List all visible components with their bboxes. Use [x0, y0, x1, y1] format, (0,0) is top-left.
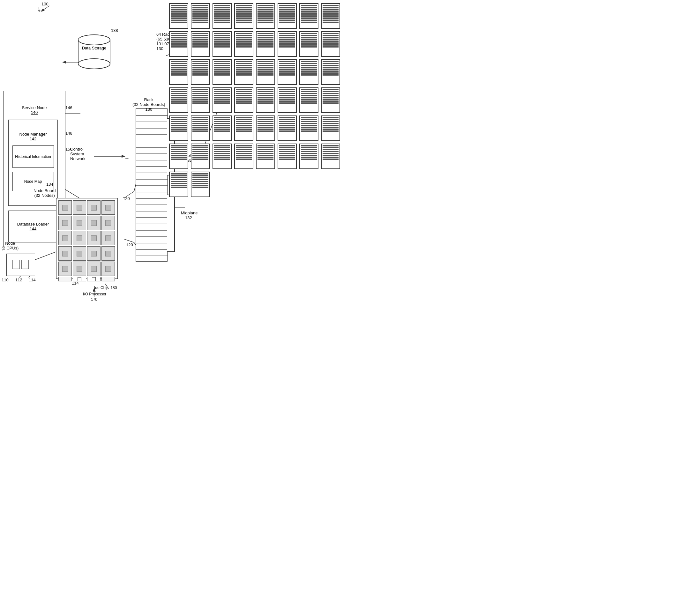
rack-unit: [191, 144, 210, 169]
rack-unit: [321, 3, 340, 29]
data-storage-label: Data Storage: [77, 45, 112, 51]
chip-cell: [73, 262, 86, 276]
rack-unit: [278, 144, 297, 169]
chip-cell: [58, 246, 72, 261]
rack-unit: [169, 87, 188, 113]
rack-unit: [191, 172, 210, 197]
data-storage-cylinder: Data Storage: [77, 32, 112, 70]
rack-unit: [321, 59, 340, 85]
database-loader-label: Database Loader144: [17, 222, 49, 231]
chip-cell: [102, 231, 115, 245]
rack-unit: [213, 3, 232, 29]
conn1-label: 112: [15, 278, 22, 282]
chip-cell-io: [58, 277, 72, 281]
svg-point-21: [78, 59, 110, 69]
rack-unit: [191, 87, 210, 113]
system-number-label: 100: [42, 2, 48, 6]
svg-rect-46: [22, 260, 29, 269]
rack-unit: [278, 3, 297, 29]
line-148-label: 148: [65, 131, 72, 136]
line-146-label: 146: [65, 105, 72, 110]
rack-unit: [256, 59, 275, 85]
database-loader-box: Database Loader144: [8, 211, 58, 242]
chip-cell: [102, 216, 115, 230]
chip-cell: [102, 200, 115, 215]
rack-unit: [234, 59, 253, 85]
rack-unit: [234, 144, 253, 169]
rack-unit: [191, 3, 210, 29]
rack-unit: [234, 31, 253, 57]
rack-unit: [299, 31, 319, 57]
rack-unit: [299, 144, 319, 169]
node-board-grid: [56, 198, 118, 279]
chip-cell: [102, 246, 115, 261]
node-label: Node (2 CPUs): [2, 241, 19, 250]
rack-unit: [213, 31, 232, 57]
control-arrow: →: [125, 155, 130, 161]
chip-cell: [73, 231, 86, 245]
rack-unit: [191, 59, 210, 85]
rack-unit: [321, 144, 340, 169]
connector-120b-label: 120: [126, 242, 133, 247]
rack-unit: [213, 87, 232, 113]
chip-cell: [73, 246, 86, 261]
node-box: [6, 254, 35, 276]
rack-body: [136, 108, 168, 262]
chip-cell: [58, 216, 72, 230]
rack-lines: [136, 109, 168, 262]
rack-unit: [169, 172, 188, 197]
chip-cell: [58, 200, 72, 215]
chip-cell: [58, 231, 72, 245]
io-processor-label: I/O Processor: [83, 292, 106, 296]
rack-unit: [234, 115, 253, 141]
rack-unit: [278, 87, 297, 113]
main-diagram: 100 ↘ Data Storage 138 64 Racks (65,536 …: [0, 0, 343, 308]
rack-unit: [299, 115, 319, 141]
historical-info-box: Historical Information: [13, 146, 54, 168]
chip-cell: [73, 200, 86, 215]
rack-unit: [169, 31, 188, 57]
rack-unit: [256, 3, 275, 29]
rack-unit: [299, 59, 319, 85]
rack-unit: [321, 87, 340, 113]
control-system-label: Control System Network: [70, 147, 86, 161]
chip-cell: [87, 216, 101, 230]
ido-chip-label: Ido Chip 180: [94, 286, 117, 290]
chip-cell: [73, 216, 86, 230]
rack-unit: [169, 115, 188, 141]
rack-unit: [321, 31, 340, 57]
rack-label: Rack (32 Node Boards) 130: [132, 97, 165, 112]
rack-unit: [213, 59, 232, 85]
chip-cell: [102, 262, 115, 276]
rack-unit: [256, 115, 275, 141]
rack-unit: [169, 144, 188, 169]
io-processor-number: 170: [91, 297, 97, 302]
chip-cell: [87, 246, 101, 261]
rack-unit: [169, 59, 188, 85]
chip-cell: [87, 262, 101, 276]
rack-unit: [191, 31, 210, 57]
node-manager-label: Node Manager142: [11, 132, 55, 141]
rack-unit: [278, 59, 297, 85]
chip-cell: [87, 200, 101, 215]
conn2-label: 114: [29, 278, 36, 282]
chip-cell-empty: [102, 277, 115, 281]
data-storage-number: 138: [111, 28, 118, 33]
rack-unit: [321, 115, 340, 141]
chip-cell: [87, 231, 101, 245]
rack-unit: [213, 115, 232, 141]
rack-unit: [278, 115, 297, 141]
node-board-label: Node Board (32 Nodes): [34, 188, 56, 198]
rack-unit: [256, 31, 275, 57]
chip-cell: [58, 262, 72, 276]
rack-grid: [169, 3, 340, 225]
rack-unit: [234, 87, 253, 113]
svg-point-20: [78, 35, 110, 45]
rack-unit: [256, 87, 275, 113]
connector-120a-label: 120: [123, 196, 130, 201]
rack-unit: [299, 3, 319, 29]
rack-unit: [256, 144, 275, 169]
rack-unit: [213, 144, 232, 169]
service-node-label: Service Node140: [7, 105, 62, 115]
rack-unit: [169, 3, 188, 29]
